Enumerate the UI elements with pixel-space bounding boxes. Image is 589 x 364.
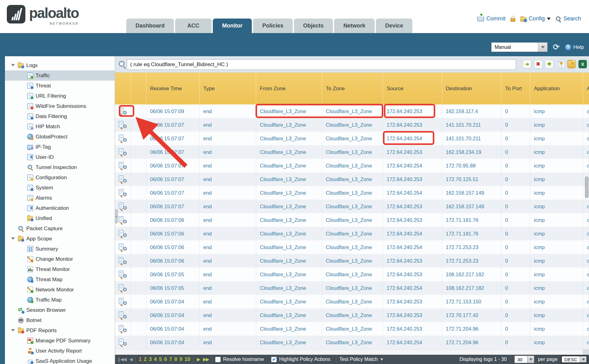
cell-destination[interactable]: 162.158.157.149: [442, 186, 501, 200]
sidebar-collapse-handle[interactable]: ◂: [115, 209, 118, 223]
config-dropdown[interactable]: Config: [520, 15, 551, 22]
cell-from-zone[interactable]: Cloudflare_L3_Zone: [256, 308, 322, 322]
cell-application[interactable]: icmp: [530, 322, 583, 336]
cell-action[interactable]: a: [583, 200, 589, 213]
cell-from-zone[interactable]: Cloudflare_L3_Zone: [256, 336, 322, 349]
table-row[interactable]: 06/06 15:07:06endCloudflare_L3_ZoneCloud…: [115, 254, 589, 268]
col-source[interactable]: Source: [383, 73, 442, 104]
cell-destination[interactable]: 108.162.217.182: [442, 281, 501, 295]
log-detail-button[interactable]: [115, 118, 131, 132]
cell-source[interactable]: 172.64.240.254: [383, 159, 442, 172]
cell-from-zone[interactable]: Cloudflare_L3_Zone: [256, 213, 322, 227]
next-page-button[interactable]: ▶: [197, 357, 200, 362]
sidebar-item-hip-match[interactable]: HIP Match: [5, 121, 115, 132]
cell-from-zone[interactable]: Cloudflare_L3_Zone: [256, 132, 322, 145]
table-row[interactable]: 06/06 15:07:07endCloudflare_L3_ZoneCloud…: [115, 186, 589, 200]
cell-action[interactable]: a: [583, 132, 589, 145]
sidebar-item-traffic[interactable]: Traffic: [5, 70, 115, 81]
table-row[interactable]: 06/06 15:07:09endCloudflare_L3_ZoneCloud…: [115, 104, 589, 118]
cell-type[interactable]: end: [200, 213, 256, 227]
cell-action[interactable]: a: [583, 104, 589, 118]
cell-to-port[interactable]: 0: [501, 240, 530, 254]
page-8[interactable]: 8: [174, 356, 177, 362]
cell-destination[interactable]: 172.71.153.150: [442, 295, 501, 308]
sidebar-item-botnet[interactable]: Botnet: [5, 315, 115, 325]
tab-dashboard[interactable]: Dashboard: [126, 19, 174, 33]
cell-application[interactable]: icmp: [530, 227, 583, 240]
cell-type[interactable]: end: [200, 322, 256, 336]
log-detail-button[interactable]: [115, 322, 131, 336]
cell-type[interactable]: end: [200, 295, 256, 308]
tab-policies[interactable]: Policies: [253, 19, 293, 33]
cell-source[interactable]: 172.64.240.254: [383, 227, 442, 240]
cell-application[interactable]: icmp: [530, 240, 583, 254]
sidebar-item-globalprotect[interactable]: GlobalProtect: [5, 132, 115, 142]
cell-type[interactable]: end: [200, 104, 256, 118]
cell-to-port[interactable]: 0: [501, 254, 530, 268]
table-row[interactable]: 06/06 15:07:05endCloudflare_L3_ZoneCloud…: [115, 281, 589, 295]
cell-to-port[interactable]: 0: [501, 295, 530, 308]
log-detail-button[interactable]: [115, 104, 131, 118]
clear-filter-button[interactable]: ✖: [534, 60, 542, 68]
cell-type[interactable]: end: [200, 254, 256, 268]
cell-application[interactable]: icmp: [530, 118, 583, 132]
col-to-zone[interactable]: To Zone: [322, 73, 383, 104]
cell-type[interactable]: end: [200, 172, 256, 186]
vertical-scrollbar-thumb[interactable]: [585, 176, 588, 198]
tab-acc[interactable]: ACC: [175, 19, 212, 33]
expander-icon[interactable]: [11, 237, 15, 242]
page-5[interactable]: 5: [159, 356, 162, 362]
cell-type[interactable]: end: [200, 268, 256, 281]
sidebar-item-user-id[interactable]: User-ID: [5, 152, 115, 162]
test-policy-match-button[interactable]: Test Policy Match: [339, 357, 383, 362]
cell-from-zone[interactable]: Cloudflare_L3_Zone: [256, 240, 322, 254]
sidebar-item-traffic-map[interactable]: Traffic Map: [5, 295, 115, 305]
cell-from-zone[interactable]: Cloudflare_L3_Zone: [256, 172, 322, 186]
cell-to-zone[interactable]: Cloudflare_L3_Zone: [322, 227, 383, 240]
cell-action[interactable]: a: [583, 227, 589, 240]
cell-from-zone[interactable]: Cloudflare_L3_Zone: [256, 322, 322, 336]
cell-destination[interactable]: 141.101.70.211: [442, 118, 501, 132]
cell-type[interactable]: end: [200, 281, 256, 295]
cell-to-port[interactable]: 0: [501, 336, 530, 349]
cell-to-port[interactable]: 0: [501, 200, 530, 213]
sidebar-item-pdf-reports[interactable]: PDF Reports: [5, 325, 115, 336]
log-detail-button[interactable]: [115, 240, 131, 254]
log-detail-button[interactable]: [115, 172, 131, 186]
cell-to-port[interactable]: 0: [501, 322, 530, 336]
cell-source[interactable]: 172.64.240.253: [383, 268, 442, 281]
cell-to-port[interactable]: 0: [501, 104, 530, 118]
col-to-port[interactable]: To Port: [501, 73, 530, 104]
cell-to-port[interactable]: 0: [501, 186, 530, 200]
cell-to-port[interactable]: 0: [501, 172, 530, 186]
table-row[interactable]: 06/06 15:07:06endCloudflare_L3_ZoneCloud…: [115, 240, 589, 254]
table-row[interactable]: 06/06 15:07:04endCloudflare_L3_ZoneCloud…: [115, 308, 589, 322]
cell-destination[interactable]: 172.70.95.88: [442, 159, 501, 172]
cell-to-port[interactable]: 0: [501, 213, 530, 227]
cell-destination[interactable]: 172.70.125.51: [442, 172, 501, 186]
page-9[interactable]: 9: [179, 356, 182, 362]
cell-destination[interactable]: 172.70.177.42: [442, 308, 501, 322]
page-2[interactable]: 2: [144, 356, 147, 362]
cell-from-zone[interactable]: Cloudflare_L3_Zone: [256, 104, 322, 118]
cell-application[interactable]: icmp: [530, 145, 583, 159]
sort-order-select[interactable]: DESC: [561, 356, 587, 363]
sidebar-item-user-activity-report[interactable]: User Activity Report: [5, 346, 115, 356]
table-row[interactable]: 06/06 15:07:04endCloudflare_L3_ZoneCloud…: [115, 295, 589, 308]
cell-to-zone[interactable]: Cloudflare_L3_Zone: [322, 213, 383, 227]
cell-application[interactable]: icmp: [530, 104, 583, 118]
cell-to-zone[interactable]: Cloudflare_L3_Zone: [322, 268, 383, 281]
cell-source[interactable]: 172.64.240.253: [383, 322, 442, 336]
sidebar-item-logs[interactable]: Logs: [5, 60, 115, 70]
cell-application[interactable]: icmp: [530, 308, 583, 322]
cell-from-zone[interactable]: Cloudflare_L3_Zone: [256, 295, 322, 308]
apply-filter-button[interactable]: ➜: [523, 60, 531, 68]
cell-to-zone[interactable]: Cloudflare_L3_Zone: [322, 104, 383, 118]
cell-to-port[interactable]: 0: [501, 145, 530, 159]
cell-action[interactable]: a: [583, 268, 589, 281]
log-detail-button[interactable]: [115, 308, 131, 322]
horizontal-scrollbar[interactable]: [115, 349, 589, 355]
sidebar-item-packet-capture[interactable]: Packet Capture: [5, 223, 115, 234]
cell-to-zone[interactable]: Cloudflare_L3_Zone: [322, 336, 383, 349]
cell-application[interactable]: icmp: [530, 132, 583, 145]
